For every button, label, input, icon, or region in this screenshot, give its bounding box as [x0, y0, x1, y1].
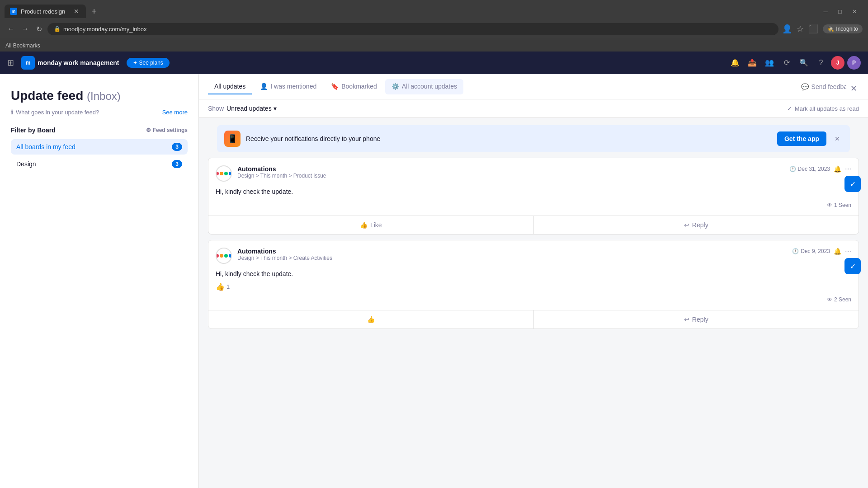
forward-button[interactable]: →	[20, 23, 31, 35]
reaction-emoji-2: 👍	[216, 282, 225, 291]
tab-all-updates[interactable]: All updates	[208, 79, 252, 94]
filter-bar: Show Unread updates ▾ ✓ Mark all updates…	[199, 99, 868, 118]
banner-close-button[interactable]: ✕	[832, 133, 843, 144]
check-badge-2[interactable]: ✓	[844, 258, 861, 274]
feed-seen-1: 👁 1 Seen	[216, 202, 851, 208]
monday-topbar: ⊞ m monday work management ✦ See plans 🔔…	[0, 52, 868, 74]
feed-card-2: Automations Design > This month > Create…	[208, 240, 859, 329]
updates-icon[interactable]: ⟳	[779, 56, 794, 70]
new-tab-button[interactable]: +	[88, 5, 100, 18]
get-app-button[interactable]: Get the app	[777, 131, 826, 146]
feed-list: 📱 Receive your notifications directly to…	[199, 118, 868, 488]
main-page: ⊞ m monday work management ✦ See plans 🔔…	[0, 52, 868, 488]
tab-account-updates[interactable]: ⚙️ All account updates	[385, 79, 463, 94]
panel-title: Update feed (Inbox)	[11, 89, 121, 103]
chevron-down-icon: ▾	[274, 105, 277, 112]
tab-title: Product redesign	[21, 8, 69, 15]
feed-breadcrumb-1: Design > This month > Product issue	[237, 173, 784, 179]
see-plans-button[interactable]: ✦ See plans	[127, 58, 170, 68]
settings-icon: ⚙	[146, 127, 151, 133]
date-text-1: Dec 31, 2023	[798, 166, 830, 172]
breadcrumb-text-2: Design > This month > Create Activities	[237, 255, 332, 261]
send-feedback-icon: 💬	[801, 83, 809, 90]
mark-read-button[interactable]: ✓ Mark all updates as read	[787, 105, 859, 112]
check-badge-1[interactable]: ✓	[844, 176, 861, 192]
bell-icon-2[interactable]: 🔔	[834, 248, 841, 255]
feed-card-1-wrapper: Automations Design > This month > Produc…	[208, 158, 859, 235]
info-text: What goes in your update feed?	[16, 109, 99, 116]
filter-design-count: 3	[172, 160, 182, 168]
url-bar[interactable]: 🔒 moodjoy.monday.com/my_inbox	[47, 23, 778, 35]
reload-button[interactable]: ↻	[34, 23, 44, 35]
team-icon[interactable]: 👥	[762, 56, 777, 70]
user-avatar-2[interactable]: P	[847, 56, 861, 70]
more-options-1[interactable]: ⋯	[845, 165, 851, 173]
topbar-icons: 🔔 📥 👥 ⟳ 🔍 ? J P	[728, 56, 861, 70]
lock-icon: 🔒	[54, 26, 61, 32]
mobile-app-icon: 📱	[224, 131, 241, 147]
tab-close-button[interactable]: ✕	[72, 7, 80, 15]
feed-settings-button[interactable]: ⚙ Feed settings	[146, 127, 188, 133]
feed-card-2-body: Automations Design > This month > Create…	[208, 240, 859, 310]
notifications-icon[interactable]: 🔔	[728, 56, 742, 70]
search-icon[interactable]: 🔍	[797, 56, 811, 70]
more-options-2[interactable]: ⋯	[845, 248, 851, 255]
filter-design[interactable]: Design 3	[11, 156, 188, 172]
help-icon[interactable]: ?	[814, 56, 828, 70]
like-button-1[interactable]: 👍 Like	[208, 216, 533, 234]
reaction-count-2: 1	[226, 283, 230, 290]
feed-card-1: Automations Design > This month > Produc…	[208, 158, 859, 235]
reply-button-2[interactable]: ↩ Reply	[534, 310, 859, 328]
tab-mentioned[interactable]: 👤 I was mentioned	[254, 79, 323, 94]
feed-actions-2: 🕐 Dec 9, 2023 🔔 ⋯	[792, 248, 851, 255]
feed-breadcrumb-2: Design > This month > Create Activities	[237, 255, 787, 261]
feed-sender-2: Automations	[237, 248, 787, 255]
reply-button-1[interactable]: ↩ Reply	[534, 216, 859, 234]
feed-card-2-footer: 👍 ↩ Reply	[208, 310, 859, 328]
automation-logo-2	[216, 254, 232, 258]
tab-bar: m Product redesign ✕ + ─ □ ✕	[0, 0, 868, 19]
filter-all-boards-count: 3	[172, 143, 182, 151]
filter-title: Filter by Board	[11, 127, 56, 134]
close-panel-button[interactable]: ✕	[846, 81, 861, 96]
filter-dropdown[interactable]: Unread updates ▾	[226, 105, 277, 112]
content-area: ✕ All updates 👤 I was mentioned 🔖 Bookma…	[199, 74, 868, 488]
minimize-button[interactable]: ─	[821, 7, 830, 16]
star-icon[interactable]: ☆	[797, 24, 804, 34]
notification-banner: 📱 Receive your notifications directly to…	[217, 125, 850, 152]
user-avatar[interactable]: J	[831, 56, 844, 70]
back-button[interactable]: ←	[5, 23, 16, 35]
feed-meta-2: Automations Design > This month > Create…	[237, 248, 787, 261]
like-button-2[interactable]: 👍	[208, 310, 533, 328]
inbox-icon[interactable]: 📥	[745, 56, 760, 70]
close-window-button[interactable]: ✕	[850, 7, 859, 16]
filter-all-boards-label: All boards in my feed	[16, 143, 75, 150]
tabs-bar: All updates 👤 I was mentioned 🔖 Bookmark…	[199, 74, 868, 99]
feed-actions-1: 🕐 Dec 31, 2023 🔔 ⋯	[789, 165, 851, 173]
info-row: ℹ What goes in your update feed? See mor…	[11, 108, 188, 116]
apps-grid-icon[interactable]: ⊞	[7, 58, 14, 68]
feed-card-1-header: Automations Design > This month > Produc…	[216, 165, 851, 182]
incognito-icon: 🕵	[827, 26, 834, 32]
notification-text: Receive your notifications directly to y…	[246, 135, 772, 142]
maximize-button[interactable]: □	[835, 7, 844, 16]
like-icon-1: 👍	[360, 221, 368, 229]
feed-message-1: Hi, kindly check the update.	[216, 187, 851, 197]
tab-bookmarked[interactable]: 🔖 Bookmarked	[325, 79, 383, 94]
tab-bookmarked-label: Bookmarked	[341, 83, 377, 90]
tab-all-updates-label: All updates	[214, 83, 245, 90]
window-controls: ─ □ ✕	[821, 7, 863, 16]
see-plans-label: See plans	[139, 60, 163, 66]
extension-icon[interactable]: ⬛	[808, 24, 818, 34]
bookmark-item[interactable]: All Bookmarks	[5, 42, 40, 49]
feed-date-2: 🕐 Dec 9, 2023	[792, 248, 830, 254]
tab-mentioned-label: I was mentioned	[270, 83, 316, 90]
see-more-link[interactable]: See more	[162, 109, 188, 116]
bell-icon-1[interactable]: 🔔	[834, 165, 841, 173]
active-tab[interactable]: m Product redesign ✕	[5, 5, 86, 18]
filter-all-boards[interactable]: All boards in my feed 3	[11, 139, 188, 155]
seen-count-1: 1 Seen	[834, 202, 851, 208]
bookmark-icon: 🔖	[331, 83, 339, 90]
checkmark-icon: ✓	[787, 105, 792, 112]
clock-icon-1: 🕐	[789, 166, 796, 172]
